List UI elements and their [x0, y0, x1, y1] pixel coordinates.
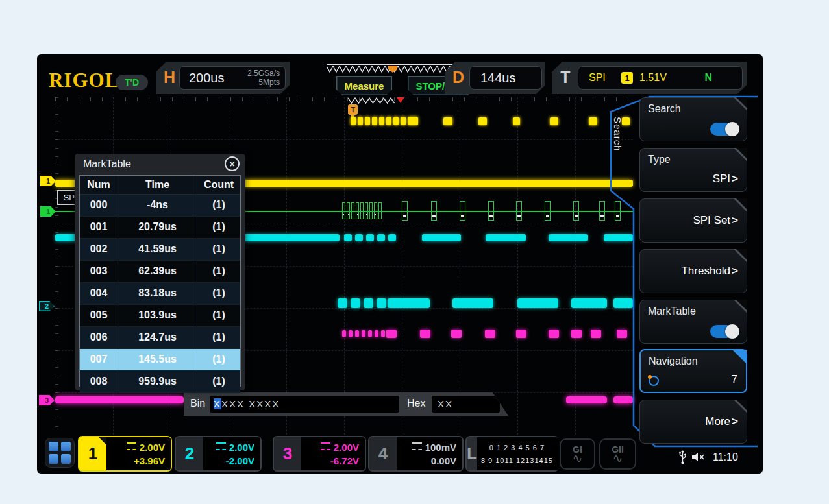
spi-frame — [460, 201, 465, 221]
spi-frame — [615, 201, 621, 221]
menu-item-threshold[interactable]: Threshold> — [639, 249, 747, 293]
decode-bus-position-marker[interactable]: 1 — [40, 206, 56, 217]
marktable-window: MarkTable × Num Time Count 000-4ns(1) 00… — [75, 154, 245, 390]
spi-frame — [369, 202, 373, 219]
t-label: T — [556, 68, 575, 87]
ch1-burst — [372, 117, 377, 125]
usb-icon — [678, 450, 687, 464]
ch3-burst — [549, 330, 559, 338]
marktable-toggle[interactable] — [710, 325, 739, 338]
channel4-box[interactable]: 4 100mV 0.00V — [368, 436, 464, 472]
spi-frame — [342, 202, 345, 219]
horizontal-timebase-block[interactable]: H 200us 2.5GSa/s 5Mpts — [156, 62, 290, 94]
table-row[interactable]: 00483.18us(1) — [80, 283, 240, 305]
spi-frame — [365, 202, 368, 219]
menu-item-navigation[interactable]: Navigation 7 — [639, 349, 747, 393]
menu-item-more[interactable]: More> — [639, 400, 747, 444]
dc-coupling-icon — [216, 442, 226, 450]
channel2-position-marker[interactable]: 2 — [39, 301, 55, 311]
table-row[interactable]: 000-4ns(1) — [80, 195, 240, 217]
ch3-burst — [420, 330, 430, 338]
ch1-burst — [550, 117, 558, 125]
bin-value-field[interactable]: XXXX XXXX — [210, 396, 399, 413]
menu-item-type[interactable]: Type SPI> — [639, 148, 747, 192]
spi-frame — [347, 202, 350, 219]
delay-value: 144us — [480, 71, 516, 86]
table-row[interactable]: 007145.5us(1) — [80, 349, 240, 371]
table-row[interactable]: 00241.59us(1) — [80, 239, 240, 261]
search-marks-zigzag — [348, 97, 399, 104]
decode-value-bar: Bin XXXX XXXX Hex XX — [184, 392, 508, 416]
channel3-position-marker[interactable]: 3 — [39, 395, 55, 405]
ch1-burst — [393, 117, 399, 125]
spi-frame — [431, 201, 437, 221]
marktable-table: Num Time Count 000-4ns(1) 00120.79us(1) … — [79, 175, 241, 387]
close-icon[interactable]: × — [225, 156, 240, 171]
ch2-burst — [338, 298, 347, 308]
ch2-burst — [549, 234, 588, 241]
channel1-position-marker[interactable]: 1 — [40, 176, 56, 186]
ch1-burst — [589, 117, 597, 125]
spi-frame — [356, 202, 359, 219]
acquisition-info: 2.5GSa/s 5Mpts — [247, 69, 280, 87]
ch2-burst — [452, 298, 493, 308]
delay-field: 144us — [469, 66, 542, 90]
ch2-burst — [364, 298, 373, 308]
sine-wave-icon: ∿ — [573, 453, 583, 463]
spi-frame — [374, 202, 377, 219]
ch2-burst — [604, 234, 633, 241]
ch3-burst — [485, 330, 495, 338]
chevron-right-icon: > — [732, 265, 738, 278]
chevron-right-icon: > — [732, 214, 738, 227]
ch1-burst — [443, 117, 452, 125]
marktable-header: Num Time Count — [80, 176, 240, 195]
ch2-burst — [355, 234, 363, 241]
hex-value-field[interactable]: XX — [432, 396, 500, 413]
trigger-position-flag[interactable]: T — [348, 104, 358, 115]
oscilloscope-screen: T 1 1 2 3 SPI RIGOL T'D H 200us 2.5GSa/s… — [37, 54, 763, 474]
dc-coupling-icon — [321, 442, 330, 450]
menu-item-spi-set[interactable]: SPI Set> — [639, 198, 747, 243]
gridline-horizontal — [55, 139, 633, 141]
table-row[interactable]: 008959.9us(1) — [80, 371, 240, 393]
spi-frame — [599, 201, 605, 221]
clock: 11:10 — [713, 451, 738, 463]
trigger-block[interactable]: T SPI 1 1.51V N — [552, 62, 747, 94]
ch3-burst — [368, 330, 372, 337]
bin-label: Bin — [190, 398, 205, 409]
delay-block[interactable]: D 144us — [445, 62, 545, 94]
channel3-box[interactable]: 3 2.00V -6.72V — [273, 436, 366, 472]
sine-wave-icon: ∿ — [613, 453, 623, 463]
menu-grid-button[interactable] — [45, 438, 75, 468]
ch3-burst — [342, 330, 346, 337]
measure-button[interactable]: Measure — [336, 76, 392, 95]
generator2-button[interactable]: GII ∿ — [599, 438, 636, 470]
channel1-box[interactable]: 1 2.00V +3.96V — [78, 436, 172, 472]
menu-item-marktable[interactable]: MarkTable — [639, 300, 747, 344]
table-row[interactable]: 00362.39us(1) — [80, 261, 240, 283]
ch3-burst — [571, 330, 582, 338]
timebase-value: 200us — [189, 71, 225, 86]
table-row[interactable]: 006124.7us(1) — [80, 327, 240, 349]
ch3-burst — [355, 330, 359, 337]
table-row[interactable]: 005103.9us(1) — [80, 305, 240, 327]
search-toggle[interactable] — [710, 123, 739, 136]
ch1-burst — [358, 117, 363, 125]
channel2-box[interactable]: 2 2.00V -2.00V — [175, 436, 262, 472]
spi-frame — [488, 201, 494, 221]
trigger-mode: N — [704, 72, 712, 84]
ch1-burst — [351, 117, 356, 125]
table-row[interactable]: 00120.79us(1) — [80, 217, 240, 239]
ch3-burst — [349, 330, 353, 337]
menu-item-search[interactable]: Search — [639, 97, 747, 141]
rigol-logo: RIGOL — [49, 69, 119, 92]
logic-analyzer-box[interactable]: L 0 1 2 3 4 5 6 7 8 9 1011 12131415 — [465, 436, 559, 472]
ch1-burst — [365, 117, 370, 125]
search-menu-tab[interactable]: Search — [612, 117, 623, 152]
spi-frame — [516, 201, 522, 221]
speaker-muted-icon — [691, 451, 706, 462]
dc-coupling-icon — [412, 442, 422, 450]
generator1-button[interactable]: GI ∿ — [560, 438, 595, 470]
ch2-burst — [571, 298, 607, 308]
ch2-burst — [351, 298, 360, 308]
